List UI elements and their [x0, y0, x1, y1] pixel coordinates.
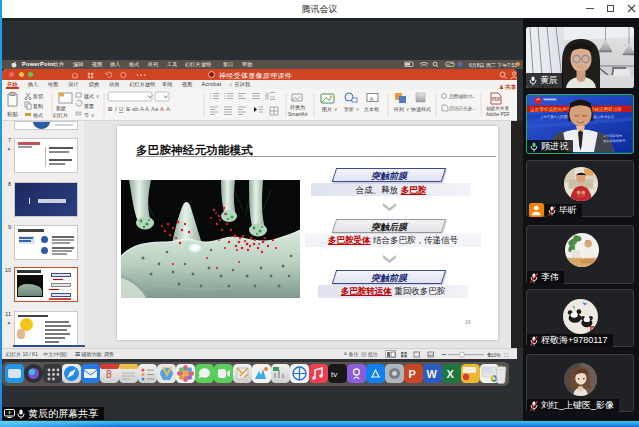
- svg-text:国家级继续教育: 国家级继续教育: [603, 139, 626, 143]
- svg-text:ab: ab: [132, 106, 139, 112]
- svg-text:Aa: Aa: [151, 106, 159, 112]
- svg-text:X: X: [447, 368, 455, 380]
- svg-text:A: A: [370, 96, 374, 102]
- svg-text:PDF: PDF: [492, 97, 501, 102]
- svg-text:幻灯片: 幻灯片: [53, 112, 68, 119]
- svg-text:格式: 格式: [32, 112, 43, 119]
- svg-text:8: 8: [106, 369, 112, 380]
- svg-text:启用辅助功...: 启用辅助功...: [449, 94, 476, 100]
- svg-text:形状 ∨: 形状 ∨: [344, 106, 360, 112]
- svg-text:版式 ∨: 版式 ∨: [84, 93, 100, 100]
- svg-text:SmartArt: SmartArt: [288, 111, 308, 117]
- svg-text:重置: 重置: [84, 103, 94, 109]
- svg-text:粘贴: 粘贴: [7, 111, 19, 118]
- svg-text:剪切: 剪切: [33, 93, 43, 100]
- svg-text:U: U: [119, 106, 123, 112]
- svg-text:学分项目编号: 学分项目编号: [603, 134, 623, 138]
- svg-text:tv: tv: [331, 370, 337, 379]
- svg-text:节 ∨: 节 ∨: [84, 112, 95, 118]
- svg-text:启动适合选...: 启动适合选...: [449, 106, 476, 112]
- svg-text:排列 ∨: 排列 ∨: [393, 106, 410, 113]
- svg-text:A: A: [140, 106, 144, 112]
- svg-text:W: W: [427, 368, 438, 380]
- svg-text:Adobe PDF: Adobe PDF: [486, 112, 510, 117]
- svg-text:I: I: [115, 106, 117, 112]
- svg-text:A: A: [166, 106, 170, 112]
- svg-text:文本框: 文本框: [364, 106, 379, 112]
- svg-text:P: P: [409, 368, 416, 380]
- svg-text:快速样式: 快速样式: [410, 106, 431, 112]
- svg-text:图片 ∨: 图片 ∨: [322, 106, 338, 113]
- svg-text:A: A: [145, 106, 149, 112]
- svg-text:A: A: [160, 106, 164, 112]
- svg-text:S: S: [126, 106, 130, 112]
- svg-text:复制: 复制: [33, 103, 43, 110]
- svg-text:B: B: [108, 106, 113, 112]
